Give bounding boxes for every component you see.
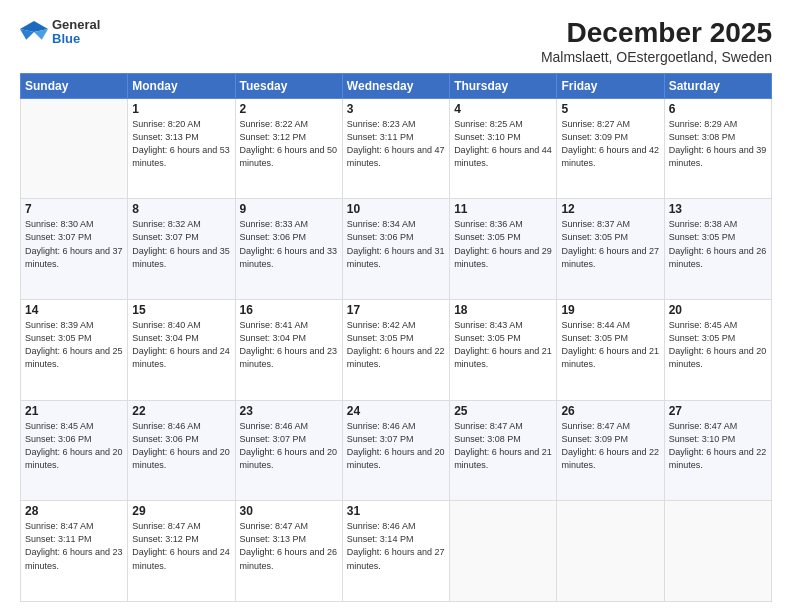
day-info: Sunrise: 8:47 AM Sunset: 3:08 PM Dayligh… — [454, 420, 552, 472]
calendar-day-cell: 22 Sunrise: 8:46 AM Sunset: 3:06 PM Dayl… — [128, 400, 235, 501]
calendar-day-cell: 6 Sunrise: 8:29 AM Sunset: 3:08 PM Dayli… — [664, 98, 771, 199]
day-info: Sunrise: 8:29 AM Sunset: 3:08 PM Dayligh… — [669, 118, 767, 170]
day-info: Sunrise: 8:39 AM Sunset: 3:05 PM Dayligh… — [25, 319, 123, 371]
day-info: Sunrise: 8:25 AM Sunset: 3:10 PM Dayligh… — [454, 118, 552, 170]
calendar-day-header: Monday — [128, 73, 235, 98]
day-info: Sunrise: 8:47 AM Sunset: 3:11 PM Dayligh… — [25, 520, 123, 572]
calendar-day-header: Thursday — [450, 73, 557, 98]
calendar-day-header: Friday — [557, 73, 664, 98]
calendar-day-cell — [664, 501, 771, 602]
day-number: 9 — [240, 202, 338, 216]
calendar-day-cell: 10 Sunrise: 8:34 AM Sunset: 3:06 PM Dayl… — [342, 199, 449, 300]
day-info: Sunrise: 8:47 AM Sunset: 3:10 PM Dayligh… — [669, 420, 767, 472]
calendar-header-row: SundayMondayTuesdayWednesdayThursdayFrid… — [21, 73, 772, 98]
day-number: 2 — [240, 102, 338, 116]
logo-blue: Blue — [52, 32, 100, 46]
calendar-table: SundayMondayTuesdayWednesdayThursdayFrid… — [20, 73, 772, 602]
calendar-day-header: Tuesday — [235, 73, 342, 98]
calendar-day-header: Sunday — [21, 73, 128, 98]
calendar-day-cell: 17 Sunrise: 8:42 AM Sunset: 3:05 PM Dayl… — [342, 300, 449, 401]
calendar-day-cell — [450, 501, 557, 602]
day-info: Sunrise: 8:32 AM Sunset: 3:07 PM Dayligh… — [132, 218, 230, 270]
calendar-day-cell: 7 Sunrise: 8:30 AM Sunset: 3:07 PM Dayli… — [21, 199, 128, 300]
calendar-day-cell: 19 Sunrise: 8:44 AM Sunset: 3:05 PM Dayl… — [557, 300, 664, 401]
day-info: Sunrise: 8:43 AM Sunset: 3:05 PM Dayligh… — [454, 319, 552, 371]
day-info: Sunrise: 8:45 AM Sunset: 3:06 PM Dayligh… — [25, 420, 123, 472]
day-number: 16 — [240, 303, 338, 317]
day-info: Sunrise: 8:47 AM Sunset: 3:09 PM Dayligh… — [561, 420, 659, 472]
calendar-day-cell: 24 Sunrise: 8:46 AM Sunset: 3:07 PM Dayl… — [342, 400, 449, 501]
day-number: 14 — [25, 303, 123, 317]
day-info: Sunrise: 8:22 AM Sunset: 3:12 PM Dayligh… — [240, 118, 338, 170]
calendar-day-cell: 28 Sunrise: 8:47 AM Sunset: 3:11 PM Dayl… — [21, 501, 128, 602]
day-info: Sunrise: 8:41 AM Sunset: 3:04 PM Dayligh… — [240, 319, 338, 371]
calendar-day-cell: 21 Sunrise: 8:45 AM Sunset: 3:06 PM Dayl… — [21, 400, 128, 501]
calendar-day-cell: 27 Sunrise: 8:47 AM Sunset: 3:10 PM Dayl… — [664, 400, 771, 501]
calendar-week-row: 7 Sunrise: 8:30 AM Sunset: 3:07 PM Dayli… — [21, 199, 772, 300]
day-number: 20 — [669, 303, 767, 317]
calendar-day-cell: 26 Sunrise: 8:47 AM Sunset: 3:09 PM Dayl… — [557, 400, 664, 501]
calendar-day-cell: 12 Sunrise: 8:37 AM Sunset: 3:05 PM Dayl… — [557, 199, 664, 300]
calendar-day-cell: 5 Sunrise: 8:27 AM Sunset: 3:09 PM Dayli… — [557, 98, 664, 199]
title-block: December 2025 Malmslaett, OEstergoetland… — [541, 18, 772, 65]
day-info: Sunrise: 8:36 AM Sunset: 3:05 PM Dayligh… — [454, 218, 552, 270]
day-number: 26 — [561, 404, 659, 418]
day-number: 31 — [347, 504, 445, 518]
header: General Blue December 2025 Malmslaett, O… — [20, 18, 772, 65]
calendar-day-cell: 3 Sunrise: 8:23 AM Sunset: 3:11 PM Dayli… — [342, 98, 449, 199]
logo-text: General Blue — [52, 18, 100, 47]
day-info: Sunrise: 8:46 AM Sunset: 3:06 PM Dayligh… — [132, 420, 230, 472]
day-info: Sunrise: 8:30 AM Sunset: 3:07 PM Dayligh… — [25, 218, 123, 270]
day-number: 4 — [454, 102, 552, 116]
day-number: 18 — [454, 303, 552, 317]
day-info: Sunrise: 8:37 AM Sunset: 3:05 PM Dayligh… — [561, 218, 659, 270]
day-number: 21 — [25, 404, 123, 418]
day-number: 24 — [347, 404, 445, 418]
day-number: 15 — [132, 303, 230, 317]
calendar-day-cell: 2 Sunrise: 8:22 AM Sunset: 3:12 PM Dayli… — [235, 98, 342, 199]
day-number: 11 — [454, 202, 552, 216]
day-number: 19 — [561, 303, 659, 317]
day-number: 23 — [240, 404, 338, 418]
calendar-day-header: Saturday — [664, 73, 771, 98]
day-number: 17 — [347, 303, 445, 317]
day-info: Sunrise: 8:40 AM Sunset: 3:04 PM Dayligh… — [132, 319, 230, 371]
logo-bird-icon — [20, 18, 48, 46]
calendar-day-header: Wednesday — [342, 73, 449, 98]
day-info: Sunrise: 8:42 AM Sunset: 3:05 PM Dayligh… — [347, 319, 445, 371]
logo-general: General — [52, 18, 100, 32]
day-info: Sunrise: 8:27 AM Sunset: 3:09 PM Dayligh… — [561, 118, 659, 170]
logo: General Blue — [20, 18, 100, 47]
day-info: Sunrise: 8:45 AM Sunset: 3:05 PM Dayligh… — [669, 319, 767, 371]
day-info: Sunrise: 8:33 AM Sunset: 3:06 PM Dayligh… — [240, 218, 338, 270]
day-number: 25 — [454, 404, 552, 418]
day-number: 27 — [669, 404, 767, 418]
day-info: Sunrise: 8:46 AM Sunset: 3:14 PM Dayligh… — [347, 520, 445, 572]
day-info: Sunrise: 8:34 AM Sunset: 3:06 PM Dayligh… — [347, 218, 445, 270]
calendar-day-cell: 23 Sunrise: 8:46 AM Sunset: 3:07 PM Dayl… — [235, 400, 342, 501]
page-subtitle: Malmslaett, OEstergoetland, Sweden — [541, 49, 772, 65]
page: General Blue December 2025 Malmslaett, O… — [0, 0, 792, 612]
calendar-day-cell: 18 Sunrise: 8:43 AM Sunset: 3:05 PM Dayl… — [450, 300, 557, 401]
calendar-day-cell: 11 Sunrise: 8:36 AM Sunset: 3:05 PM Dayl… — [450, 199, 557, 300]
day-info: Sunrise: 8:47 AM Sunset: 3:13 PM Dayligh… — [240, 520, 338, 572]
page-title: December 2025 — [541, 18, 772, 49]
day-number: 3 — [347, 102, 445, 116]
calendar-week-row: 28 Sunrise: 8:47 AM Sunset: 3:11 PM Dayl… — [21, 501, 772, 602]
day-number: 13 — [669, 202, 767, 216]
calendar-day-cell: 13 Sunrise: 8:38 AM Sunset: 3:05 PM Dayl… — [664, 199, 771, 300]
calendar-day-cell: 31 Sunrise: 8:46 AM Sunset: 3:14 PM Dayl… — [342, 501, 449, 602]
day-number: 5 — [561, 102, 659, 116]
day-info: Sunrise: 8:46 AM Sunset: 3:07 PM Dayligh… — [240, 420, 338, 472]
day-number: 6 — [669, 102, 767, 116]
calendar-day-cell: 1 Sunrise: 8:20 AM Sunset: 3:13 PM Dayli… — [128, 98, 235, 199]
day-info: Sunrise: 8:23 AM Sunset: 3:11 PM Dayligh… — [347, 118, 445, 170]
day-info: Sunrise: 8:20 AM Sunset: 3:13 PM Dayligh… — [132, 118, 230, 170]
day-info: Sunrise: 8:44 AM Sunset: 3:05 PM Dayligh… — [561, 319, 659, 371]
day-number: 8 — [132, 202, 230, 216]
calendar-day-cell — [21, 98, 128, 199]
day-number: 7 — [25, 202, 123, 216]
calendar-day-cell: 8 Sunrise: 8:32 AM Sunset: 3:07 PM Dayli… — [128, 199, 235, 300]
day-info: Sunrise: 8:46 AM Sunset: 3:07 PM Dayligh… — [347, 420, 445, 472]
day-number: 22 — [132, 404, 230, 418]
